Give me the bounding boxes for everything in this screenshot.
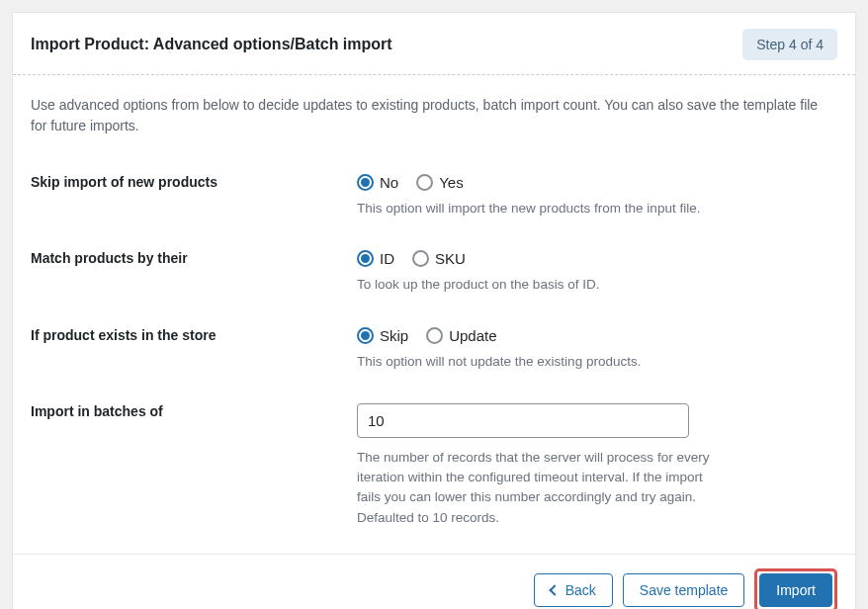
- import-button[interactable]: Import: [759, 573, 832, 607]
- save-template-button[interactable]: Save template: [623, 573, 745, 607]
- chevron-left-icon: [549, 584, 560, 595]
- exists-radio-group: Skip Update: [357, 327, 837, 344]
- step-indicator: Step 4 of 4: [742, 29, 837, 60]
- batch-size-input[interactable]: [357, 403, 689, 438]
- field-skip-new-label: Skip import of new products: [31, 174, 357, 190]
- skip-new-radio-group: No Yes: [357, 174, 837, 191]
- back-button-label: Back: [565, 582, 596, 598]
- page-title: Import Product: Advanced options/Batch i…: [31, 36, 392, 53]
- skip-new-radio-yes[interactable]: Yes: [416, 174, 463, 191]
- batch-help: The number of records that the server wi…: [357, 448, 713, 528]
- field-match-by-label: Match products by their: [31, 250, 357, 266]
- exists-help: This option will not update the existing…: [357, 352, 713, 372]
- save-template-label: Save template: [640, 582, 729, 598]
- import-advanced-panel: Import Product: Advanced options/Batch i…: [12, 12, 856, 609]
- match-by-radio-sku[interactable]: SKU: [412, 250, 466, 267]
- field-skip-new: Skip import of new products No Yes This …: [31, 174, 837, 218]
- intro-text: Use advanced options from below to decid…: [31, 95, 837, 136]
- panel-body: Use advanced options from below to decid…: [13, 75, 855, 554]
- field-match-by-control: ID SKU To look up the product on the bas…: [357, 250, 837, 295]
- back-button[interactable]: Back: [534, 573, 613, 607]
- field-exists-label: If product exists in the store: [31, 327, 357, 343]
- import-button-label: Import: [776, 582, 816, 598]
- match-by-radio-id[interactable]: ID: [357, 250, 394, 267]
- radio-icon: [416, 174, 433, 191]
- radio-icon: [412, 250, 429, 267]
- exists-radio-skip[interactable]: Skip: [357, 327, 408, 344]
- import-button-highlight: Import: [754, 568, 837, 609]
- radio-label-yes: Yes: [439, 174, 463, 191]
- field-exists-control: Skip Update This option will not update …: [357, 327, 837, 372]
- panel-footer: Back Save template Import: [13, 554, 855, 609]
- radio-icon: [357, 250, 374, 267]
- radio-label-update: Update: [449, 327, 496, 344]
- panel-header: Import Product: Advanced options/Batch i…: [13, 13, 855, 75]
- radio-label-id: ID: [380, 250, 394, 267]
- skip-new-help: This option will import the new products…: [357, 199, 713, 218]
- field-skip-new-control: No Yes This option will import the new p…: [357, 174, 837, 218]
- radio-icon: [357, 174, 374, 191]
- field-batch-label: Import in batches of: [31, 403, 357, 419]
- radio-icon: [357, 327, 374, 344]
- field-batch: Import in batches of The number of recor…: [31, 403, 837, 528]
- match-by-radio-group: ID SKU: [357, 250, 837, 267]
- match-by-help: To look up the product on the basis of I…: [357, 275, 713, 295]
- radio-label-sku: SKU: [435, 250, 466, 267]
- field-batch-control: The number of records that the server wi…: [357, 403, 837, 528]
- radio-label-skip: Skip: [380, 327, 408, 344]
- field-match-by: Match products by their ID SKU To look u…: [31, 250, 837, 295]
- exists-radio-update[interactable]: Update: [426, 327, 496, 344]
- radio-label-no: No: [380, 174, 398, 191]
- field-exists: If product exists in the store Skip Upda…: [31, 327, 837, 372]
- skip-new-radio-no[interactable]: No: [357, 174, 398, 191]
- radio-icon: [426, 327, 443, 344]
